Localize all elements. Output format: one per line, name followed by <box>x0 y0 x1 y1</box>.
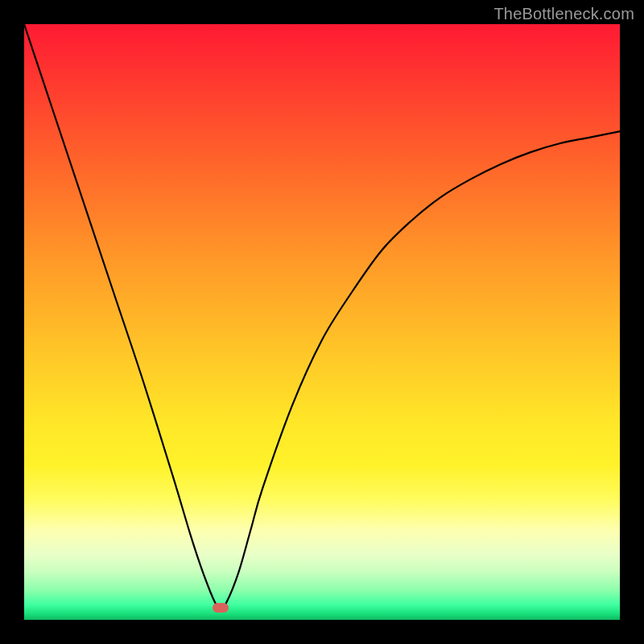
bottleneck-curve <box>24 24 620 620</box>
watermark-text: TheBottleneck.com <box>493 5 634 23</box>
plot-area <box>24 24 620 620</box>
chart-frame: TheBottleneck.com <box>0 0 644 644</box>
optimum-marker <box>213 603 229 613</box>
